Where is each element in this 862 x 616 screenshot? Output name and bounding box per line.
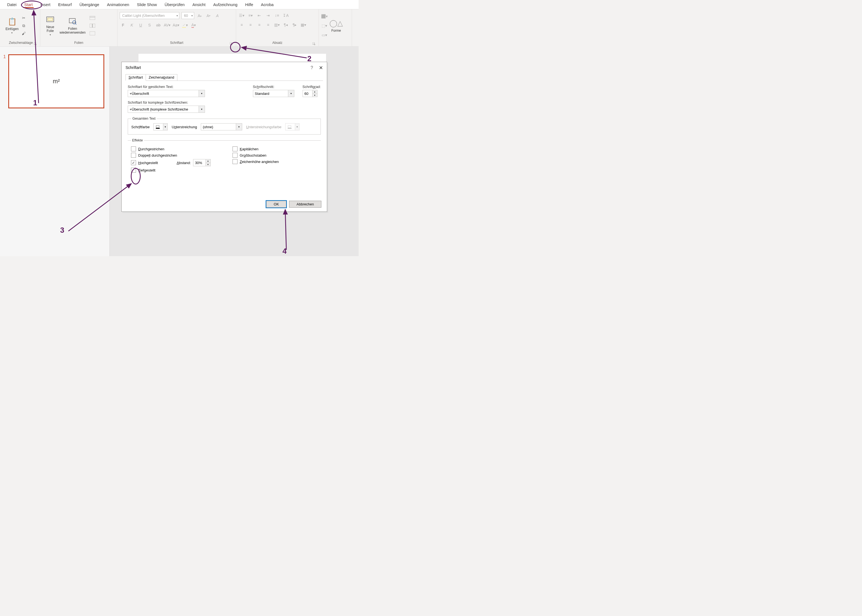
cancel-button[interactable]: Abbrechen — [289, 201, 321, 207]
superscript-checkbox[interactable] — [131, 160, 136, 165]
layout-icon[interactable] — [89, 15, 96, 21]
spacing-button[interactable]: AV▾ — [164, 22, 170, 28]
justify-icon[interactable]: ≡ — [265, 22, 271, 28]
dialog-tab-spacing[interactable]: Zeichenabstand — [146, 74, 177, 81]
tab-insert[interactable]: Insert — [36, 0, 54, 9]
slide-thumbnail[interactable]: m² — [8, 54, 104, 108]
case-button[interactable]: Aa▾ — [173, 22, 179, 28]
numbering-icon[interactable]: ≡▾ — [247, 12, 254, 19]
arrange-icon[interactable]: ⬚▾ — [321, 22, 328, 29]
paste-button[interactable]: 📋 Einfügen ▾ — [4, 11, 20, 41]
tab-aufzeichnung[interactable]: Aufzeichnung — [209, 0, 241, 9]
font-color-picker[interactable]: ▾ — [153, 123, 168, 130]
strikethrough-checkbox[interactable] — [131, 146, 136, 151]
font-dialog: Schriftart ? ✕ Schriftart Zeichenabstand… — [121, 62, 327, 212]
tab-ansicht[interactable]: Ansicht — [189, 0, 209, 9]
shapes-icon[interactable]: ⬛▾ — [321, 13, 328, 20]
align-right-icon[interactable]: ≡ — [256, 22, 263, 28]
underline-color-picker[interactable]: ▾ — [285, 123, 300, 130]
equalize-checkbox[interactable] — [233, 159, 238, 164]
dialog-titlebar: Schriftart ? ✕ — [122, 62, 327, 73]
smartart-icon[interactable]: ▦▾ — [300, 22, 307, 28]
line-spacing-icon[interactable]: ↕≡ — [274, 12, 280, 19]
underline-button[interactable]: U — [137, 22, 144, 28]
italic-button[interactable]: K — [129, 22, 135, 28]
highlight-button[interactable]: ⟋▾ — [181, 22, 188, 28]
font-size-input[interactable]: 60 ▴▾ — [303, 90, 318, 97]
shadow-button[interactable]: S — [146, 22, 153, 28]
all-text-legend: Gesamten Text — [131, 116, 157, 121]
underline-style-combo[interactable]: (ohne)▾ — [201, 123, 242, 130]
group-paragraph-label: Absatz — [272, 41, 282, 45]
new-slide-button[interactable]: Neue Folie ▾ — [42, 11, 58, 41]
align-center-icon[interactable]: ≡ — [247, 22, 254, 28]
ltr-icon[interactable]: ¶▸ — [291, 22, 298, 28]
reuse-slides-button[interactable]: Folien wiederverwenden — [58, 11, 87, 41]
offset-input[interactable]: 30% ▴▾ — [193, 159, 211, 166]
svg-rect-9 — [93, 24, 95, 28]
increase-font-icon[interactable]: A▴ — [197, 13, 203, 19]
decrease-font-icon[interactable]: A▾ — [205, 13, 212, 19]
svg-rect-13 — [156, 128, 160, 129]
double-strike-checkbox[interactable] — [131, 153, 136, 158]
tab-animationen[interactable]: Animationen — [103, 0, 133, 9]
font-style-combo[interactable]: Standard▾ — [253, 90, 294, 97]
font-color-button[interactable]: A▾ — [190, 22, 197, 28]
rtl-icon[interactable]: ¶◂ — [282, 22, 289, 28]
allcaps-checkbox[interactable] — [233, 153, 238, 158]
bullets-icon[interactable]: ☰▾ — [238, 12, 245, 19]
close-button[interactable]: ✕ — [319, 65, 323, 71]
quick-styles-icon[interactable]: ▭▾ — [321, 32, 328, 38]
font-size-combo[interactable]: 60▾ — [181, 12, 194, 19]
reuse-slides-label: Folien wiederverwenden — [60, 27, 85, 35]
clear-formatting-icon[interactable]: A — [214, 13, 221, 19]
tab-start[interactable]: Start — [20, 0, 37, 9]
font-size-value: 60 — [184, 14, 188, 18]
ok-button[interactable]: OK — [266, 201, 286, 207]
subscript-checkbox[interactable] — [131, 168, 136, 173]
svg-rect-14 — [288, 128, 291, 129]
tab-slideshow[interactable]: Slide Show — [133, 0, 161, 9]
paragraph-launcher[interactable] — [312, 42, 316, 46]
align-left-icon[interactable]: ≡ — [238, 22, 245, 28]
group-clipboard: 📋 Einfügen ▾ ✂ ⧉ 🖌 Zwischenablage — [2, 9, 40, 46]
ribbon-tabs: Datei Start Insert Entwurf Übergänge Ani… — [0, 0, 359, 9]
paste-label: Einfügen — [6, 27, 19, 31]
bold-button[interactable]: F — [120, 22, 126, 28]
new-slide-label: Neue Folie — [46, 25, 54, 33]
svg-rect-6 — [90, 16, 95, 20]
smallcaps-checkbox[interactable] — [233, 146, 238, 151]
dialog-tab-font[interactable]: Schriftart — [126, 74, 146, 81]
format-painter-icon[interactable]: 🖌 — [20, 30, 27, 36]
text-direction-icon[interactable]: ↧A — [282, 12, 289, 19]
tab-acrobat[interactable]: Acroba — [257, 0, 277, 9]
help-button[interactable]: ? — [311, 65, 313, 70]
thumbnail-text: m² — [53, 78, 60, 85]
copy-icon[interactable]: ⧉ — [20, 23, 27, 29]
cut-icon[interactable]: ✂ — [20, 15, 27, 21]
increase-indent-icon[interactable]: ⇥ — [265, 12, 271, 19]
font-dialog-launcher[interactable] — [229, 42, 233, 46]
group-slides: Neue Folie ▾ Folien wiederverwenden Foli… — [40, 9, 118, 46]
tab-hilfe[interactable]: Hilfe — [241, 0, 257, 9]
slide-number: 1 — [3, 54, 6, 59]
tab-ueberpruefen[interactable]: Überprüfen — [161, 0, 189, 9]
columns-icon[interactable]: ▥▾ — [274, 22, 280, 28]
tab-uebergaenge[interactable]: Übergänge — [76, 0, 103, 9]
complex-font-combo[interactable]: +Überschrift (komplexe Schriftzeiche▾ — [128, 105, 205, 113]
font-name-combo[interactable]: Calibri Light (Überschriften▾ — [120, 12, 179, 19]
decrease-indent-icon[interactable]: ⇤ — [256, 12, 263, 19]
clipboard-launcher[interactable] — [33, 42, 37, 46]
western-font-combo[interactable]: +Überschrift▾ — [128, 90, 205, 97]
strike-button[interactable]: ab — [155, 22, 162, 28]
effects-legend: Effekte — [131, 138, 144, 142]
group-font: Calibri Light (Überschriften▾ 60▾ A▴ A▾ … — [118, 9, 236, 46]
clipboard-icon: 📋 — [8, 17, 17, 26]
reset-icon[interactable] — [89, 23, 96, 29]
shapes-button[interactable]: ◯△ Forme — [328, 11, 344, 41]
group-clipboard-label: Zwischenablage — [9, 41, 33, 45]
tab-entwurf[interactable]: Entwurf — [54, 0, 76, 9]
section-icon[interactable] — [89, 30, 96, 36]
font-name-value: Calibri Light (Überschriften — [122, 14, 165, 18]
tab-datei[interactable]: Datei — [3, 0, 20, 9]
